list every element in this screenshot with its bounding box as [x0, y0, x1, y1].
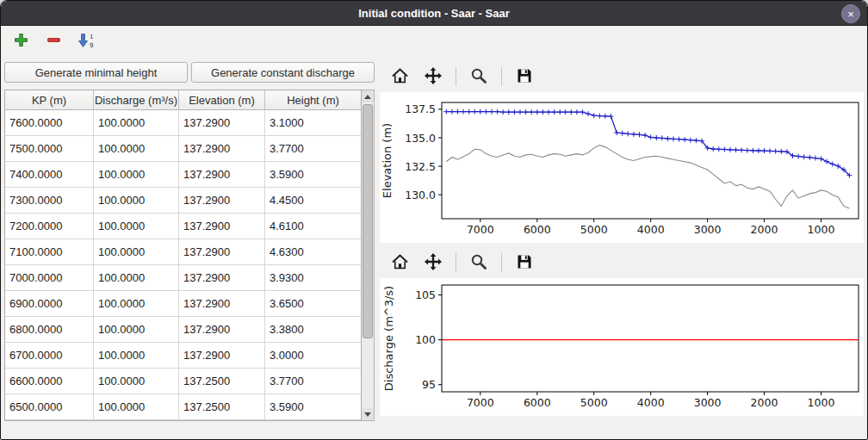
table-cell[interactable]: 100.0000	[94, 291, 179, 317]
column-header[interactable]: KP (m)	[5, 90, 94, 110]
table-cell[interactable]: 137.2500	[179, 394, 265, 420]
table-cell[interactable]: 4.6100	[265, 214, 361, 239]
table-cell[interactable]: 137.2900	[179, 214, 265, 239]
left-panel: Generate minimal height Generate constan…	[4, 62, 375, 421]
table-cell[interactable]: 137.2900	[179, 265, 265, 291]
scrollbar-up-button[interactable]	[362, 90, 374, 102]
svg-text:137.5: 137.5	[405, 102, 436, 115]
table-cell[interactable]: 100.0000	[94, 343, 179, 369]
table-cell[interactable]: 7100.0000	[5, 239, 94, 265]
scrollbar-thumb[interactable]	[363, 104, 373, 338]
table-cell[interactable]: 3.5900	[265, 394, 361, 420]
table-cell[interactable]: 137.2500	[179, 369, 265, 394]
table-row: 6700.0000100.0000137.29003.0000	[5, 343, 361, 369]
table-row: 7200.0000100.0000137.29004.6100	[5, 214, 361, 239]
zoom-icon	[470, 253, 487, 273]
elevation-chart[interactable]: 7000600050004000300020001000137.5135.013…	[380, 92, 864, 243]
svg-text:95: 95	[422, 378, 436, 391]
scrollbar-down-button[interactable]	[362, 408, 374, 420]
table-cell[interactable]: 6600.0000	[5, 369, 94, 394]
table-cell[interactable]: 100.0000	[94, 265, 179, 291]
table-cell[interactable]: 100.0000	[94, 188, 179, 214]
toolbar-separator	[501, 67, 502, 86]
table-cell[interactable]: 7500.0000	[5, 136, 94, 162]
table-cell[interactable]: 3.7700	[265, 136, 361, 162]
table-cell[interactable]: 7600.0000	[5, 110, 94, 136]
column-header[interactable]: Height (m)	[265, 90, 361, 110]
table-row: 7600.0000100.0000137.29003.1000	[5, 110, 361, 136]
table-cell[interactable]: 100.0000	[94, 394, 179, 420]
table-cell[interactable]: 6900.0000	[5, 291, 94, 317]
table-cell[interactable]: 137.2900	[179, 188, 265, 214]
remove-row-button[interactable]	[42, 30, 65, 53]
pan-button[interactable]	[422, 251, 444, 274]
zoom-button[interactable]	[468, 251, 490, 274]
table-cell[interactable]: 6800.0000	[5, 317, 94, 343]
table-cell[interactable]: 6700.0000	[5, 343, 94, 369]
save-button[interactable]	[513, 65, 536, 88]
table-cell[interactable]: 137.2900	[179, 291, 265, 317]
table-cell[interactable]: 137.2900	[179, 239, 265, 265]
table-cell[interactable]: 7000.0000	[5, 265, 94, 291]
table-header: KP (m)Discharge (m³/s)Elevation (m)Heigh…	[5, 90, 361, 110]
table-cell[interactable]: 3.5900	[265, 162, 361, 188]
table-cell[interactable]: 7200.0000	[5, 214, 94, 239]
table-cell[interactable]: 7300.0000	[5, 188, 94, 214]
svg-text:6000: 6000	[524, 223, 551, 236]
table-row: 7100.0000100.0000137.29004.6300	[5, 239, 361, 265]
table-cell[interactable]: 7400.0000	[5, 162, 94, 188]
home-button[interactable]	[388, 251, 411, 274]
home-button[interactable]	[388, 65, 411, 88]
discharge-chart[interactable]: 700060005000400030002000100010510095Disc…	[380, 278, 864, 416]
elevation-chart-area: 7000600050004000300020001000137.5135.013…	[380, 92, 864, 243]
scrollbar-track[interactable]	[362, 102, 374, 408]
table-cell[interactable]: 100.0000	[94, 110, 179, 136]
table-cell[interactable]: 137.2900	[179, 317, 265, 343]
titlebar[interactable]: Initial condition - Saar - Saar ×	[1, 1, 867, 26]
zoom-button[interactable]	[468, 65, 490, 88]
table-cell[interactable]: 100.0000	[94, 317, 179, 343]
discharge-chart-area: 700060005000400030002000100010510095Disc…	[380, 278, 864, 416]
save-icon	[516, 67, 533, 87]
table-cell[interactable]: 3.3800	[265, 317, 361, 343]
main-toolbar: 1 9	[1, 26, 867, 57]
table-cell[interactable]: 100.0000	[94, 214, 179, 239]
table-cell[interactable]: 137.2900	[179, 110, 265, 136]
table-cell[interactable]: 3.9300	[265, 265, 361, 291]
close-button[interactable]: ×	[841, 4, 860, 23]
column-header[interactable]: Elevation (m)	[179, 90, 265, 110]
generate-minimal-height-button[interactable]: Generate minimal height	[4, 62, 188, 83]
table-cell[interactable]: 100.0000	[94, 239, 179, 265]
table-cell[interactable]: 3.1000	[265, 110, 361, 136]
arrow-up-icon	[364, 95, 371, 99]
table-cell[interactable]: 4.4500	[265, 188, 361, 214]
table-cell[interactable]: 100.0000	[94, 369, 179, 394]
column-header[interactable]: Discharge (m³/s)	[94, 90, 179, 110]
svg-text:100: 100	[415, 333, 436, 346]
elevation-plot-toolbar	[380, 64, 864, 90]
table-row: 6900.0000100.0000137.29003.6500	[5, 291, 361, 317]
table-row: 6800.0000100.0000137.29003.3800	[5, 317, 361, 343]
vertical-scrollbar[interactable]	[362, 90, 375, 421]
table-cell[interactable]: 137.2900	[179, 343, 265, 369]
svg-text:4000: 4000	[637, 223, 665, 236]
table-cell[interactable]: 137.2900	[179, 162, 265, 188]
generate-constant-discharge-button[interactable]: Generate constant discharge	[191, 62, 375, 83]
svg-text:1: 1	[90, 33, 93, 40]
add-row-button[interactable]	[9, 30, 32, 53]
sort-button[interactable]: 1 9	[75, 30, 97, 53]
table-cell[interactable]: 3.6500	[265, 291, 361, 317]
table-cell[interactable]: 6500.0000	[5, 394, 94, 420]
save-button[interactable]	[513, 251, 536, 274]
home-icon	[391, 67, 409, 87]
window-title: Initial condition - Saar - Saar	[358, 7, 510, 20]
remove-icon	[46, 33, 61, 50]
table-cell[interactable]: 3.7700	[265, 369, 361, 394]
table-cell[interactable]: 3.0000	[265, 343, 361, 369]
table-cell[interactable]: 4.6300	[265, 239, 361, 265]
table-cell[interactable]: 100.0000	[94, 136, 179, 162]
pan-button[interactable]	[422, 65, 444, 88]
discharge-plot-toolbar	[380, 250, 864, 276]
table-cell[interactable]: 100.0000	[94, 162, 179, 188]
table-cell[interactable]: 137.2900	[179, 136, 265, 162]
